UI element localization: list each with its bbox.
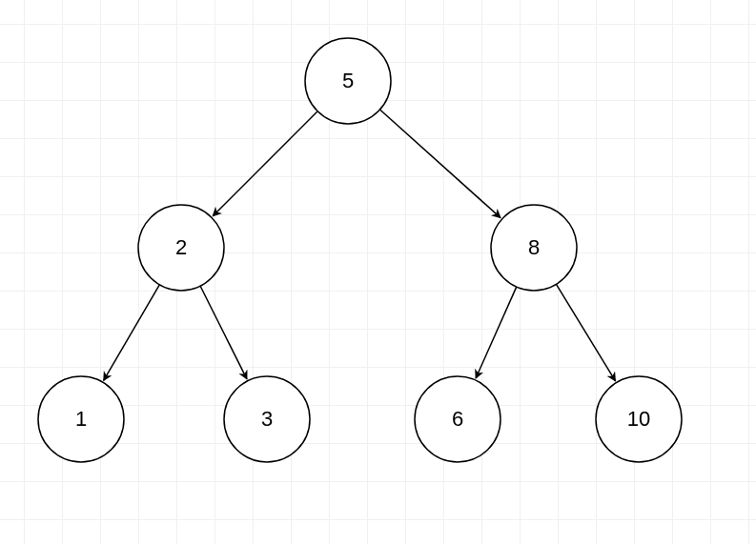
tree-node: [415, 376, 501, 462]
tree-node: [38, 376, 124, 462]
tree-node: [138, 205, 224, 291]
tree-node: [491, 205, 577, 291]
tree-edge: [476, 287, 517, 378]
tree-edge: [104, 285, 160, 381]
tree-node: [596, 376, 682, 462]
tree-edge: [213, 111, 317, 216]
tree-edge: [379, 110, 501, 218]
tree-edge: [556, 284, 615, 380]
tree-edge: [200, 286, 247, 379]
tree-diagram: [0, 0, 756, 544]
tree-node: [305, 38, 391, 124]
tree-node: [224, 376, 310, 462]
